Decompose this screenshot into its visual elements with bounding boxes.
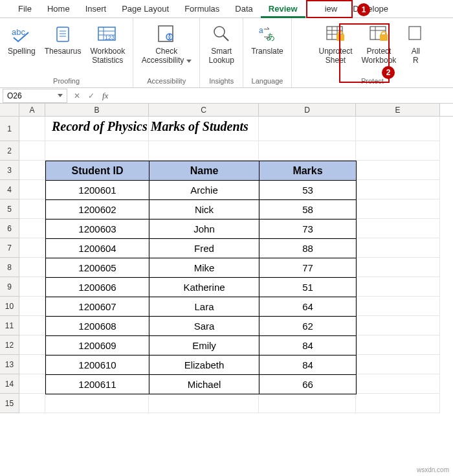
- header-marks[interactable]: Marks: [260, 161, 357, 181]
- tab-review[interactable]: Review: [261, 0, 305, 18]
- confirm-formula-button[interactable]: ✓: [84, 91, 98, 100]
- table-cell[interactable]: 66: [260, 375, 357, 394]
- table-cell[interactable]: 1200605: [46, 258, 149, 278]
- row-head[interactable]: 4: [0, 180, 19, 199]
- workbook-statistics-button[interactable]: 123 Workbook Statistics: [86, 21, 129, 70]
- fx-icon[interactable]: fx: [98, 91, 112, 101]
- cell[interactable]: [19, 238, 45, 258]
- table-cell[interactable]: 1200601: [46, 181, 149, 200]
- cell[interactable]: [149, 394, 259, 413]
- table-cell[interactable]: 53: [260, 181, 357, 200]
- table-cell[interactable]: 51: [260, 278, 357, 297]
- table-cell[interactable]: 73: [260, 220, 357, 239]
- table-cell[interactable]: 1200602: [46, 200, 149, 220]
- table-cell[interactable]: 1200607: [46, 297, 149, 317]
- table-cell[interactable]: Lara: [149, 297, 260, 317]
- row-head[interactable]: 15: [0, 394, 19, 413]
- table-cell[interactable]: 58: [260, 200, 357, 220]
- table-cell[interactable]: Sara: [149, 317, 260, 336]
- cell[interactable]: [19, 199, 45, 219]
- cancel-formula-button[interactable]: ✕: [70, 91, 84, 100]
- cell[interactable]: [19, 258, 45, 277]
- thesaurus-button[interactable]: Thesaurus: [41, 21, 85, 70]
- col-head-d[interactable]: D: [259, 104, 356, 116]
- chevron-down-icon[interactable]: [58, 94, 63, 97]
- cell[interactable]: [19, 180, 45, 199]
- select-all-corner[interactable]: [0, 104, 19, 116]
- table-cell[interactable]: 1200609: [46, 336, 149, 356]
- cell[interactable]: [19, 355, 45, 374]
- formula-input[interactable]: [112, 89, 453, 103]
- cell[interactable]: [19, 297, 45, 316]
- cell[interactable]: [356, 180, 440, 199]
- table-cell[interactable]: Elizabeth: [149, 356, 260, 375]
- row-head[interactable]: 6: [0, 219, 19, 238]
- cell[interactable]: [19, 316, 45, 335]
- cells-area[interactable]: Record of Physics Marks of Students Stud…: [19, 117, 453, 413]
- cell[interactable]: [19, 335, 45, 355]
- table-cell[interactable]: 62: [260, 317, 357, 336]
- row-head[interactable]: 5: [0, 199, 19, 219]
- cell[interactable]: [19, 161, 45, 180]
- cell[interactable]: [19, 117, 45, 141]
- col-head-c[interactable]: C: [149, 104, 259, 116]
- cell[interactable]: [45, 394, 149, 413]
- cell[interactable]: [356, 117, 440, 141]
- cell[interactable]: [19, 141, 45, 161]
- row-head[interactable]: 1: [0, 117, 19, 141]
- table-cell[interactable]: 77: [260, 258, 357, 278]
- cell[interactable]: [356, 238, 440, 258]
- cell[interactable]: [356, 394, 440, 413]
- cell[interactable]: [19, 219, 45, 238]
- translate-button[interactable]: aあ Translate: [247, 21, 287, 70]
- row-head[interactable]: 7: [0, 238, 19, 258]
- tab-page-layout[interactable]: Page Layout: [114, 0, 177, 18]
- header-name[interactable]: Name: [149, 161, 260, 181]
- row-head[interactable]: 10: [0, 297, 19, 316]
- cell[interactable]: [356, 199, 440, 219]
- cell[interactable]: [259, 394, 356, 413]
- table-cell[interactable]: 1200611: [46, 375, 149, 394]
- cell[interactable]: [356, 374, 440, 394]
- table-cell[interactable]: 1200608: [46, 317, 149, 336]
- row-head[interactable]: 3: [0, 161, 19, 180]
- cell[interactable]: [19, 374, 45, 394]
- allow-edit-ranges-button[interactable]: All R: [401, 21, 430, 70]
- cell[interactable]: [356, 297, 440, 316]
- row-head[interactable]: 2: [0, 141, 19, 161]
- col-head-b[interactable]: B: [45, 104, 149, 116]
- cell[interactable]: [356, 355, 440, 374]
- table-cell[interactable]: 88: [260, 239, 357, 258]
- table-cell[interactable]: Fred: [149, 239, 260, 258]
- check-accessibility-button[interactable]: Check Accessibility: [137, 21, 195, 70]
- col-head-e[interactable]: E: [356, 104, 440, 116]
- row-head[interactable]: 11: [0, 316, 19, 335]
- cell[interactable]: [356, 141, 440, 161]
- row-head[interactable]: 8: [0, 258, 19, 277]
- table-cell[interactable]: 84: [260, 336, 357, 356]
- table-cell[interactable]: 1200603: [46, 220, 149, 239]
- cell[interactable]: [356, 219, 440, 238]
- cell[interactable]: [19, 394, 45, 413]
- tab-data[interactable]: Data: [227, 0, 260, 18]
- tab-home[interactable]: Home: [39, 0, 78, 18]
- smart-lookup-button[interactable]: Smart Lookup: [204, 21, 239, 70]
- row-head[interactable]: 13: [0, 355, 19, 374]
- table-cell[interactable]: Archie: [149, 181, 260, 200]
- table-cell[interactable]: 1200604: [46, 239, 149, 258]
- name-box[interactable]: O26: [3, 89, 67, 103]
- cell[interactable]: [19, 277, 45, 297]
- tab-file[interactable]: File: [10, 0, 39, 18]
- col-head-a[interactable]: A: [19, 104, 45, 116]
- spelling-button[interactable]: abc Spelling: [4, 21, 39, 70]
- cell[interactable]: [356, 277, 440, 297]
- cell[interactable]: [356, 258, 440, 277]
- table-cell[interactable]: Nick: [149, 200, 260, 220]
- table-cell[interactable]: 84: [260, 356, 357, 375]
- row-head[interactable]: 14: [0, 374, 19, 394]
- header-student-id[interactable]: Student ID: [46, 161, 149, 181]
- row-head[interactable]: 9: [0, 277, 19, 297]
- table-cell[interactable]: 64: [260, 297, 357, 317]
- table-cell[interactable]: Michael: [149, 375, 260, 394]
- table-cell[interactable]: Mike: [149, 258, 260, 278]
